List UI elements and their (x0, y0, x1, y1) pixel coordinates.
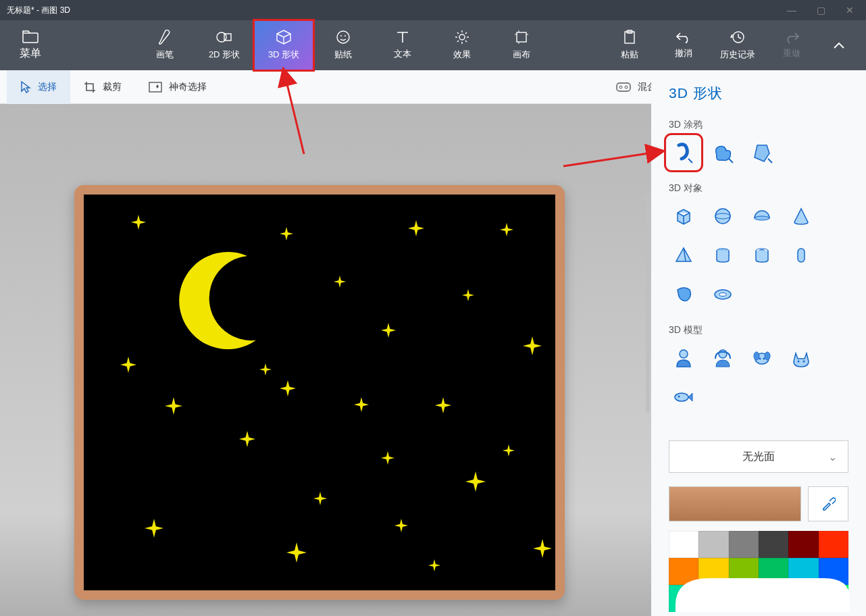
undo-button[interactable]: 撤消 (657, 20, 711, 70)
svg-point-46 (678, 396, 680, 398)
model-man[interactable] (669, 343, 698, 373)
color-swatch[interactable] (698, 585, 728, 612)
redo-button[interactable]: 重做 (765, 20, 819, 70)
color-swatch[interactable] (669, 531, 698, 558)
annotation-highlight (253, 19, 315, 72)
main-tabs: 画笔 2D 形状 3D 形状 贴纸 文本 效果 画布 (135, 20, 551, 70)
svg-point-43 (798, 361, 800, 363)
model-cat[interactable] (786, 343, 816, 373)
color-swatch[interactable] (729, 585, 759, 612)
model-woman[interactable] (708, 343, 738, 373)
chevron-up-icon (833, 41, 845, 49)
panel-title: 3D 形状 (669, 84, 848, 103)
maximize-button[interactable]: ▢ (817, 5, 825, 16)
redo-icon (784, 31, 799, 43)
canvas-icon (514, 30, 529, 45)
tool-magic-select[interactable]: 神奇选择 (135, 70, 220, 104)
svg-point-25 (619, 86, 622, 88)
obj-torus[interactable] (708, 280, 738, 309)
section-models-label: 3D 模型 (669, 324, 848, 336)
doodle-shapes (669, 138, 848, 168)
color-swatch[interactable] (788, 585, 818, 612)
canvas-viewport[interactable] (0, 104, 651, 616)
moon-shape (172, 245, 280, 353)
svg-rect-33 (798, 249, 805, 262)
svg-line-12 (465, 41, 467, 42)
tab-sticker[interactable]: 贴纸 (313, 20, 373, 70)
minimize-button[interactable]: — (787, 5, 796, 16)
svg-point-29 (755, 216, 769, 220)
svg-point-39 (754, 352, 759, 360)
folder-icon (22, 30, 39, 44)
text-icon (396, 30, 409, 44)
color-swatch[interactable] (759, 558, 788, 585)
tab-effect[interactable]: 效果 (432, 20, 492, 70)
history-button[interactable]: 历史记录 (711, 20, 765, 70)
svg-point-45 (675, 393, 688, 401)
model-dog[interactable] (747, 343, 777, 373)
menu-button[interactable]: 菜单 (0, 20, 61, 70)
obj-cube[interactable] (669, 201, 698, 231)
color-swatch[interactable] (788, 558, 818, 585)
chevron-down-icon: ⌄ (828, 451, 837, 463)
surface-select[interactable]: 无光面 ⌄ (669, 440, 848, 473)
obj-pyramid[interactable] (669, 240, 698, 270)
mixed-reality-icon (616, 82, 631, 92)
scrollbar[interactable] (646, 196, 650, 412)
color-swatch[interactable] (729, 531, 759, 558)
svg-line-14 (457, 41, 459, 42)
color-swatch[interactable] (759, 585, 788, 612)
svg-point-40 (765, 352, 770, 360)
obj-sphere[interactable] (708, 201, 738, 231)
obj-capsule[interactable] (786, 240, 816, 270)
color-swatch[interactable] (788, 531, 818, 558)
svg-point-27 (715, 209, 730, 224)
svg-point-6 (459, 34, 465, 40)
close-button[interactable]: ✕ (846, 5, 854, 16)
tab-canvas[interactable]: 画布 (492, 20, 551, 70)
paste-button[interactable]: 粘贴 (603, 20, 657, 70)
color-swatch[interactable] (698, 531, 728, 558)
obj-cone[interactable] (786, 201, 816, 231)
svg-point-3 (337, 31, 349, 43)
obj-cylinder[interactable] (708, 240, 738, 270)
svg-point-35 (719, 293, 726, 297)
eyedropper-icon (821, 496, 836, 511)
color-swatch[interactable] (698, 558, 728, 585)
color-swatch[interactable] (819, 531, 848, 558)
color-swatch[interactable] (669, 585, 698, 612)
svg-point-37 (719, 350, 727, 358)
obj-hemisphere[interactable] (747, 201, 777, 231)
svg-point-42 (763, 358, 765, 360)
color-swatch[interactable] (759, 531, 788, 558)
tab-brush[interactable]: 画笔 (135, 20, 195, 70)
color-swatch[interactable] (819, 585, 848, 612)
color-swatch[interactable] (669, 558, 698, 585)
menu-label: 菜单 (20, 47, 41, 61)
tab-3d-shape[interactable]: 3D 形状 (254, 20, 313, 70)
tool-select[interactable]: 选择 (7, 70, 70, 104)
tab-text[interactable]: 文本 (373, 20, 432, 70)
svg-point-36 (680, 350, 688, 358)
doodle-sharp[interactable] (747, 138, 777, 168)
eyedropper-button[interactable] (808, 486, 848, 521)
tool-crop[interactable]: 裁剪 (70, 70, 135, 104)
current-color[interactable] (669, 486, 801, 521)
model-fish[interactable] (669, 382, 698, 412)
canvas-content[interactable] (84, 195, 555, 590)
doodle-tube[interactable] (669, 138, 698, 168)
title-bar: 无标题* - 画图 3D — ▢ ✕ (0, 0, 866, 20)
canvas-frame (74, 185, 565, 600)
color-swatch[interactable] (729, 558, 759, 585)
color-swatch[interactable] (819, 558, 848, 585)
svg-point-44 (803, 361, 805, 363)
cube-icon (276, 30, 291, 45)
svg-point-26 (625, 86, 628, 88)
obj-curved[interactable] (669, 280, 698, 309)
color-palette (669, 531, 848, 612)
tab-2d-shape[interactable]: 2D 形状 (195, 20, 254, 70)
obj-tube[interactable] (747, 240, 777, 270)
expand-toggle[interactable] (819, 20, 859, 70)
history-icon (730, 30, 745, 45)
doodle-soft[interactable] (708, 138, 738, 168)
